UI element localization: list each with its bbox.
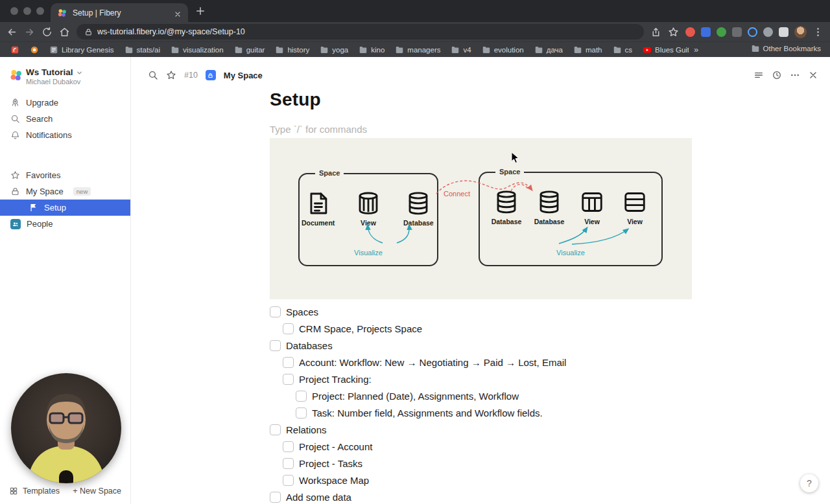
workspace-switcher[interactable]: Ws Tutorial Michael Dubakov	[0, 57, 130, 86]
bookmarks-overflow-chevron[interactable]: »	[689, 45, 704, 54]
diagram-space-right: Space DatabaseDatabaseViewView Visualize	[479, 172, 663, 266]
diagram-item-view: View	[573, 190, 611, 225]
sidebar-item-favorites[interactable]: Favorites	[0, 167, 130, 183]
browser-tab[interactable]: Setup | Fibery	[51, 3, 188, 22]
close-icon[interactable]	[808, 70, 818, 80]
bookmark-label: managers	[407, 46, 440, 54]
bookmark-item[interactable]: history	[271, 44, 313, 56]
page-title: Setup	[270, 89, 321, 110]
bookmark-label: history	[287, 46, 309, 54]
extension-icon[interactable]	[763, 27, 773, 37]
more-options-icon[interactable]	[790, 70, 800, 80]
other-bookmarks-button[interactable]: Other Bookmarks	[747, 43, 825, 54]
folder-icon	[482, 45, 491, 54]
editor-placeholder[interactable]: Type `/` for commands	[270, 124, 367, 135]
home-icon[interactable]	[59, 27, 70, 38]
secure-lock-icon[interactable]	[84, 28, 93, 36]
share-icon[interactable]	[650, 27, 661, 38]
tab-close-icon[interactable]	[174, 9, 182, 17]
checklist-item: Workspace Map	[283, 472, 801, 488]
database-icon	[537, 190, 562, 214]
new-space-button[interactable]: + New Space	[73, 487, 121, 496]
templates-button[interactable]: Templates	[9, 487, 60, 496]
browser-menu-icon[interactable]	[812, 27, 824, 38]
sidebar-item-search[interactable]: Search	[0, 111, 130, 127]
extension-icon[interactable]	[748, 27, 757, 37]
extension-icon[interactable]	[701, 27, 711, 37]
bookmark-item[interactable]	[6, 44, 23, 56]
bookmark-item[interactable]	[26, 44, 43, 56]
checklist-item: Project Tracking:	[283, 371, 801, 387]
checkbox[interactable]	[283, 374, 294, 385]
checkbox[interactable]	[283, 323, 294, 334]
address-bar[interactable]: ws-tutorial.fibery.io/@my-space/Setup-10	[77, 24, 644, 40]
new-tab-button[interactable]	[195, 5, 206, 17]
bookmark-label: Library Genesis	[62, 46, 114, 54]
folder-icon	[451, 45, 460, 54]
checkbox[interactable]	[270, 306, 281, 317]
help-button[interactable]: ?	[800, 474, 818, 492]
extension-icon[interactable]	[779, 27, 788, 37]
history-icon[interactable]	[772, 70, 782, 80]
sidebar-item-people[interactable]: People	[0, 216, 130, 232]
checklist-item-label: Project - Tasks	[299, 458, 362, 469]
bookmark-item[interactable]: guitar	[230, 44, 269, 56]
checkbox[interactable]	[296, 391, 307, 402]
bookmark-item[interactable]: visualization	[167, 44, 228, 56]
checkbox[interactable]	[270, 340, 281, 351]
extension-icon[interactable]	[685, 27, 695, 37]
breadcrumb-space-name[interactable]: My Space	[224, 71, 263, 80]
bookmark-item[interactable]: v4	[447, 44, 475, 56]
bookmark-label: v4	[463, 46, 471, 54]
sidebar-item-label: Upgrade	[26, 98, 58, 108]
profile-avatar[interactable]	[794, 26, 807, 38]
favorite-star-icon[interactable]	[166, 70, 176, 80]
reload-icon[interactable]	[42, 27, 53, 38]
bookmark-item[interactable]: evolution	[478, 44, 528, 56]
view-table-icon	[356, 191, 381, 216]
visualize-label: Visualize	[480, 249, 661, 257]
bookmark-item[interactable]: cs	[609, 44, 637, 56]
bookmark-item[interactable]: дача	[530, 44, 567, 56]
checkbox[interactable]	[283, 475, 294, 486]
list-menu-icon[interactable]	[753, 70, 764, 80]
diagram-item-database: Database	[488, 190, 525, 225]
bookmark-label: kino	[371, 46, 385, 54]
sidebar-item-my-space[interactable]: My Spacenew	[0, 183, 130, 200]
bookmark-item[interactable]: kino	[355, 44, 388, 56]
new-space-label: + New Space	[73, 487, 121, 496]
bookmarks-bar: Library Genesisstats/aivisualizationguit…	[0, 41, 830, 57]
sidebar-item-notifications[interactable]: Notifications	[0, 127, 130, 143]
sidebar-item-label: Favorites	[26, 170, 60, 180]
checklist-item-label: Account: Workflow: New → Negotiating → P…	[299, 357, 566, 368]
screen: Setup | Fibery ws-tutorial.fibery.io/@my…	[0, 0, 830, 504]
forward-icon[interactable]	[24, 27, 35, 38]
checkbox[interactable]	[270, 492, 281, 503]
bookmark-item[interactable]: Blues Guitar Unle...	[639, 44, 689, 56]
sidebar-item-setup[interactable]: Setup	[0, 200, 130, 216]
checkbox[interactable]	[296, 407, 307, 418]
bookmark-item[interactable]: managers	[391, 44, 444, 56]
url-text[interactable]: ws-tutorial.fibery.io/@my-space/Setup-10	[97, 27, 245, 36]
bookmark-item[interactable]: Library Genesis	[45, 44, 118, 56]
checkbox[interactable]	[270, 424, 281, 435]
back-icon[interactable]	[6, 27, 18, 38]
diagram-item-label: View	[627, 218, 643, 225]
bookmark-item[interactable]: stats/ai	[121, 44, 164, 56]
notifications-icon	[10, 130, 20, 140]
checkbox[interactable]	[283, 357, 294, 368]
minimize-window-button[interactable]	[23, 7, 31, 15]
checkbox[interactable]	[283, 458, 294, 469]
sidebar-item-upgrade[interactable]: Upgrade	[0, 95, 130, 111]
zoom-window-button[interactable]	[36, 7, 44, 15]
close-window-button[interactable]	[10, 7, 18, 15]
sidebar-item-label: People	[27, 219, 53, 229]
bookmark-item[interactable]: math	[569, 44, 606, 56]
cast-icon[interactable]	[732, 27, 742, 37]
bookmark-star-icon[interactable]	[668, 27, 679, 38]
checkbox[interactable]	[283, 441, 294, 452]
bookmark-item[interactable]: yoga	[316, 44, 352, 56]
search-icon[interactable]	[148, 70, 158, 80]
extension-icon[interactable]	[717, 27, 726, 37]
folder-icon	[395, 45, 404, 54]
